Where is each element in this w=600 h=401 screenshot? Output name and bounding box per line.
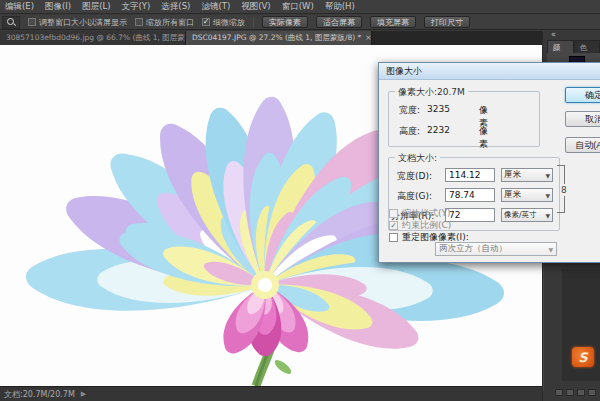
menu-bar: 编辑(E) 图像(I) 图层(L) 文字(Y) 选择(S) 滤镜(T) 视图(V… — [0, 0, 600, 14]
doc-group-legend: 文档大小: — [395, 152, 440, 165]
menu-layer[interactable]: 图层(L) — [82, 1, 110, 13]
option-scrubby-zoom[interactable]: ✓ 细微缩放 — [202, 17, 245, 28]
dialog-title: 图像大小 — [386, 65, 422, 78]
fit-screen-button[interactable]: 适合屏幕 — [316, 16, 362, 28]
tool-options-bar: 调整窗口大小以满屏显示 缩放所有窗口 ✓ 细微缩放 实际像素 适合屏幕 填充屏幕… — [0, 15, 600, 30]
panel-footer-icon[interactable] — [577, 389, 585, 396]
width-label: 宽度: — [399, 105, 420, 115]
height-label: 高度: — [399, 126, 420, 136]
doc-height-unit-select[interactable]: 厘米 ▼ — [501, 188, 553, 202]
checkbox-icon — [389, 233, 398, 242]
resolution-input[interactable] — [445, 208, 495, 222]
zoom-tool-icon — [7, 18, 15, 26]
print-size-button[interactable]: 打印尺寸 — [424, 16, 470, 28]
panel-footer-icon[interactable] — [566, 389, 574, 396]
dialog-titlebar[interactable]: 图像大小 — [379, 63, 600, 80]
resample-value: 两次立方（自动） — [439, 243, 507, 255]
status-menu-arrow-icon[interactable]: ▶ — [81, 390, 86, 398]
doc-width-input[interactable] — [445, 168, 495, 182]
checkbox-icon — [389, 209, 398, 218]
photoshop-window: { "menu_bar": { "items": ["编辑(E)", "图像(I… — [0, 0, 600, 401]
s-logo: S — [572, 347, 594, 367]
option-resize-windows[interactable]: 调整窗口大小以满屏显示 — [28, 17, 127, 28]
zoom-tool-preset[interactable] — [2, 16, 20, 29]
doc-width-label: 宽度(D): — [397, 170, 432, 183]
option-label: 缩放所有窗口 — [146, 17, 194, 28]
panel-footer-icon[interactable] — [588, 389, 596, 396]
tab-label: DSC04197.JPG @ 27.2% (曲线 1, 图层蒙版/8) * — [192, 33, 361, 42]
height-value: 2232 — [427, 125, 450, 135]
separator — [253, 17, 254, 28]
option-label: 细微缩放 — [213, 17, 245, 28]
image-size-dialog: 图像大小 像素大小:20.7M 宽度: 3235 像素 高度: 2232 像素 … — [378, 62, 600, 263]
pixel-height-row: 高度: 2232 像素 — [399, 125, 420, 138]
unit-value: 像素/英寸 — [504, 210, 537, 220]
fill-screen-button[interactable]: 填充屏幕 — [370, 16, 416, 28]
option-zoom-all-windows[interactable]: 缩放所有窗口 — [135, 17, 194, 28]
checkbox-icon: ✓ — [202, 18, 210, 26]
auto-button[interactable]: 自动(A)... — [565, 137, 600, 153]
menu-select[interactable]: 选择(S) — [161, 1, 190, 13]
doc-height-label: 高度(G): — [397, 190, 432, 203]
doc-width-unit-select[interactable]: 厘米 ▼ — [501, 168, 553, 182]
tab-label: 30857103efbd0d96.jpg @ 66.7% (曲线 1, 图层蒙版… — [6, 33, 186, 42]
lower-panel: S — [543, 263, 600, 391]
menu-type[interactable]: 文字(Y) — [122, 1, 151, 13]
chevron-down-icon: ▼ — [545, 172, 550, 179]
doc-height-row: 高度(G): 厘米 ▼ — [389, 188, 557, 202]
resample-method-select[interactable]: 两次立方（自动） ▼ — [435, 242, 557, 256]
actual-pixels-button[interactable]: 实际像素 — [262, 16, 308, 28]
unit-value: 厘米 — [504, 189, 521, 201]
unit-value: 厘米 — [504, 169, 521, 181]
resolution-unit-select[interactable]: 像素/英寸 ▼ — [501, 208, 553, 222]
option-label: 调整窗口大小以满屏显示 — [39, 17, 127, 28]
panel-footer-icon[interactable] — [555, 389, 563, 396]
chevron-down-icon: ▼ — [548, 246, 553, 253]
menu-edit[interactable]: 编辑(E) — [5, 1, 34, 13]
tab-close-icon[interactable]: × — [365, 33, 371, 42]
document-tab-bar: 30857103efbd0d96.jpg @ 66.7% (曲线 1, 图层蒙版… — [0, 31, 600, 45]
cancel-button[interactable]: 取消 — [565, 111, 600, 127]
document-size-readout: 文档:20.7M/20.7M — [4, 389, 75, 400]
menu-image[interactable]: 图像(I) — [45, 1, 71, 13]
chevron-down-icon: ▼ — [545, 212, 550, 219]
checkbox-icon — [135, 18, 143, 26]
collapse-panels-icon[interactable]: « — [551, 31, 556, 39]
chain-link-icon: 8 — [561, 184, 568, 196]
menu-view[interactable]: 视图(V) — [241, 1, 270, 13]
menu-filter[interactable]: 滤镜(T) — [201, 1, 230, 13]
menu-help[interactable]: 帮助(H) — [325, 1, 355, 13]
doc-height-input[interactable] — [445, 188, 495, 202]
doc-width-row: 宽度(D): 厘米 ▼ — [389, 168, 557, 182]
pixel-group-legend: 像素大小:20.7M — [395, 86, 468, 99]
ok-button[interactable]: 确定 — [565, 87, 600, 103]
document-tab-1[interactable]: 30857103efbd0d96.jpg @ 66.7% (曲线 1, 图层蒙版… — [0, 31, 186, 45]
width-value: 3235 — [427, 104, 450, 114]
height-unit: 像素 — [479, 125, 488, 151]
menu-window[interactable]: 窗口(W) — [282, 1, 314, 13]
document-tab-2[interactable]: DSC04197.JPG @ 27.2% (曲线 1, 图层蒙版/8) *× — [186, 31, 372, 45]
pixel-width-row: 宽度: 3235 像素 — [399, 104, 420, 117]
pixel-dimensions-group: 像素大小:20.7M 宽度: 3235 像素 高度: 2232 像素 — [388, 91, 540, 147]
status-bar: 文档:20.7M/20.7M ▶ — [0, 386, 542, 401]
panel-footer-icons — [555, 389, 596, 396]
panel-content: S — [562, 269, 600, 381]
checkbox-icon — [28, 18, 36, 26]
checkbox-icon: ✓ — [389, 221, 398, 230]
chevron-down-icon: ▼ — [545, 192, 550, 199]
